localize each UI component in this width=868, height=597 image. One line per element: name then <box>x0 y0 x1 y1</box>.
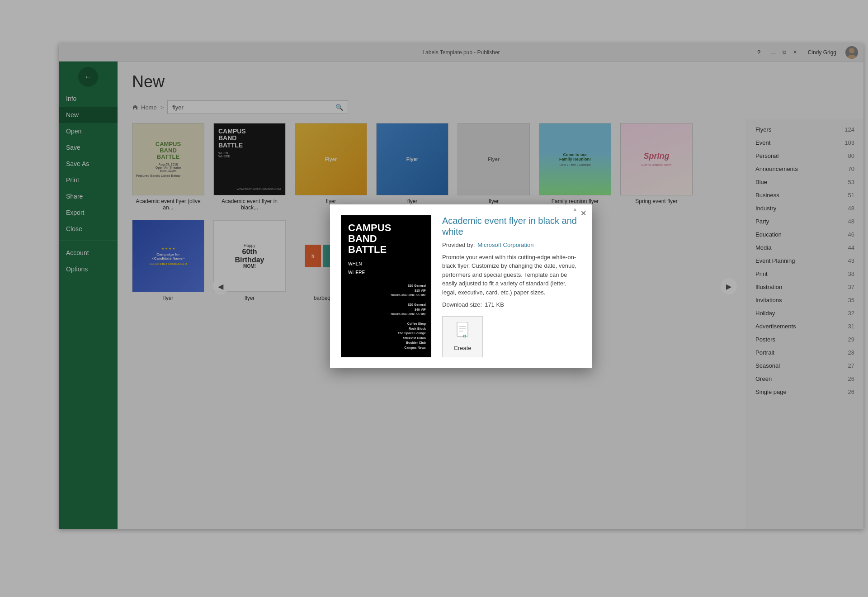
app-window: Labels Template.pub - Publisher ? — ⧉ ✕ … <box>59 43 863 529</box>
modal-body: CAMPUS BAND BATTLE WHEN WHERE $10 Genera… <box>330 204 592 369</box>
modal-provider: Provided by: Microsoft Corporation <box>442 242 581 248</box>
create-button[interactable]: Create <box>442 316 483 357</box>
provider-link[interactable]: Microsoft Corporation <box>477 242 533 248</box>
preview-title: CAMPUS BAND BATTLE <box>344 223 428 256</box>
preview-when: WHEN WHERE <box>344 261 428 275</box>
svg-rect-2 <box>457 322 468 336</box>
modal-overlay: ✕ ▲ CAMPUS BAND BATTLE WHEN WHERE <box>59 43 863 529</box>
create-icon <box>455 322 470 341</box>
modal-close-button[interactable]: ✕ <box>578 208 589 219</box>
modal-template-title: Academic event flyer in black and white <box>442 215 581 237</box>
preview-details: $10 General$15 VIPDrinks available on si… <box>344 284 428 350</box>
modal-info: Academic event flyer in black and white … <box>442 215 581 358</box>
modal-description: Promote your event with this cutting-edg… <box>442 253 581 297</box>
template-detail-modal: ✕ ▲ CAMPUS BAND BATTLE WHEN WHERE <box>330 204 592 369</box>
modal-preview-content: CAMPUS BAND BATTLE WHEN WHERE $10 Genera… <box>341 215 431 358</box>
modal-scroll-icon[interactable]: ▲ <box>572 206 578 213</box>
modal-preview: CAMPUS BAND BATTLE WHEN WHERE $10 Genera… <box>341 215 431 358</box>
download-size: Download size: 171 KB <box>442 301 581 308</box>
download-size-value: 171 KB <box>485 301 504 308</box>
create-label: Create <box>453 345 471 351</box>
